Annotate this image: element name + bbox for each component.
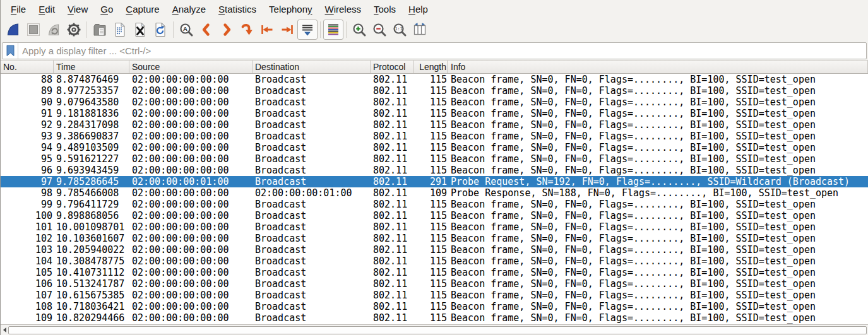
col-protocol: 802.11: [371, 267, 414, 278]
packet-row-107[interactable]: 10710.61567538502:00:00:00:00:00Broadcas…: [1, 290, 868, 301]
horizontal-scrollbar[interactable]: [1, 324, 868, 335]
packet-row-89[interactable]: 898.97725335702:00:00:00:00:00Broadcast8…: [1, 85, 868, 97]
col-destination: Broadcast: [253, 142, 371, 153]
packet-row-93[interactable]: 939.38669083702:00:00:00:00:00Broadcast8…: [1, 131, 868, 142]
horizontal-scrollbar-thumb[interactable]: [8, 326, 867, 334]
col-destination: Broadcast: [253, 233, 371, 244]
menu-item-file[interactable]: File: [4, 1, 32, 17]
col-source: 02:00:00:00:00:00: [129, 312, 253, 324]
zoom-in-button[interactable]: [349, 20, 369, 40]
scroll-left-arrow-icon[interactable]: [1, 327, 8, 332]
filter-bookmark-button[interactable]: [3, 43, 18, 59]
col-time: 9.785466008: [54, 187, 129, 199]
find-packet-button[interactable]: A: [176, 20, 196, 40]
go-back-button[interactable]: [196, 20, 217, 40]
col-source: 02:00:00:00:00:00: [129, 187, 253, 199]
column-header-destination[interactable]: Destination: [253, 61, 371, 73]
packet-row-105[interactable]: 10510.41073111202:00:00:00:00:00Broadcas…: [1, 267, 868, 278]
zoom-out-button[interactable]: [369, 20, 389, 40]
col-time: 8.874876469: [54, 74, 129, 85]
packet-list: 888.87487646902:00:00:00:00:00Broadcast8…: [1, 74, 868, 324]
packet-row-104[interactable]: 10410.30847877502:00:00:00:00:00Broadcas…: [1, 256, 868, 267]
display-filter-input[interactable]: [18, 43, 866, 59]
col-no: 106: [1, 278, 54, 290]
packet-row-101[interactable]: 10110.00109870102:00:00:00:00:00Broadcas…: [1, 221, 868, 233]
packet-row-100[interactable]: 1009.89886805602:00:00:00:00:00Broadcast…: [1, 210, 868, 221]
packet-row-102[interactable]: 10210.10360160702:00:00:00:00:00Broadcas…: [1, 233, 868, 244]
save-file-button[interactable]: [110, 20, 130, 40]
col-protocol: 802.11: [371, 108, 414, 119]
col-source: 02:00:00:00:00:00: [129, 74, 253, 85]
restart-capture-button[interactable]: [44, 20, 64, 40]
col-source: 02:00:00:00:00:00: [129, 210, 253, 221]
go-to-packet-button[interactable]: [237, 20, 257, 40]
menu-item-telephony[interactable]: Telephony: [263, 1, 318, 17]
file-reload-icon: [153, 22, 168, 37]
restart-capture-icon: [46, 22, 61, 37]
menu-item-statistics[interactable]: Statistics: [212, 1, 263, 17]
packet-row-103[interactable]: 10310.20594002202:00:00:00:00:00Broadcas…: [1, 244, 868, 256]
column-header-length[interactable]: Length: [414, 61, 448, 73]
col-length: 115: [414, 119, 448, 131]
packet-row-92[interactable]: 929.28431709802:00:00:00:00:00Broadcast8…: [1, 119, 868, 131]
menu-item-edit[interactable]: Edit: [32, 1, 61, 17]
col-protocol: 802.11: [371, 290, 414, 301]
stop-capture-button[interactable]: [23, 20, 44, 40]
close-file-button[interactable]: [130, 20, 150, 40]
menu-item-wireless[interactable]: Wireless: [319, 1, 368, 17]
packet-row-109[interactable]: 10910.82029446602:00:00:00:00:00Broadcas…: [1, 312, 868, 324]
col-destination: Broadcast: [253, 97, 371, 108]
col-no: 94: [1, 142, 54, 153]
packet-row-96[interactable]: 969.69394345902:00:00:00:00:00Broadcast8…: [1, 165, 868, 176]
go-last-packet-button[interactable]: [277, 20, 297, 40]
start-capture-button[interactable]: [3, 20, 23, 40]
resize-columns-button[interactable]: [410, 20, 430, 40]
go-first-packet-button[interactable]: [257, 20, 277, 40]
display-filter-bar: [1, 42, 868, 61]
column-header-info[interactable]: Info: [448, 61, 868, 73]
packet-row-97[interactable]: 979.78528664502:00:00:00:01:00Broadcast8…: [1, 176, 868, 187]
packet-row-91[interactable]: 919.18188183602:00:00:00:00:00Broadcast8…: [1, 108, 868, 119]
jump-arrow-icon: [239, 22, 254, 37]
column-header-no[interactable]: No.: [1, 61, 54, 73]
auto-scroll-toggle[interactable]: [297, 20, 318, 40]
menu-item-tools[interactable]: Tools: [367, 1, 402, 17]
menu-item-go[interactable]: Go: [94, 1, 119, 17]
menu-item-capture[interactable]: Capture: [119, 1, 165, 17]
column-header-protocol[interactable]: Protocol: [371, 61, 414, 73]
packet-row-90[interactable]: 909.07964358002:00:00:00:00:00Broadcast8…: [1, 97, 868, 108]
col-no: 108: [1, 301, 54, 312]
svg-text:A: A: [183, 25, 187, 32]
packet-row-88[interactable]: 888.87487646902:00:00:00:00:00Broadcast8…: [1, 74, 868, 85]
packet-row-99[interactable]: 999.79641172902:00:00:00:00:00Broadcast8…: [1, 199, 868, 210]
capture-options-button[interactable]: [64, 20, 84, 40]
zoom-original-button[interactable]: 1:1: [389, 20, 410, 40]
column-header-source[interactable]: Source: [129, 61, 253, 73]
col-length: 115: [414, 74, 448, 85]
col-source: 02:00:00:00:00:00: [129, 256, 253, 267]
column-header-time[interactable]: Time: [54, 61, 129, 73]
colorize-toggle[interactable]: [323, 20, 343, 40]
packet-row-98[interactable]: 989.78546600802:00:00:00:00:0002:00:00:0…: [1, 187, 868, 199]
packet-row-106[interactable]: 10610.51324178702:00:00:00:00:00Broadcas…: [1, 278, 868, 290]
col-time: 10.718036421: [54, 301, 129, 312]
packet-row-108[interactable]: 10810.71803642102:00:00:00:00:00Broadcas…: [1, 301, 868, 312]
packet-row-95[interactable]: 959.59162122702:00:00:00:00:00Broadcast8…: [1, 153, 868, 165]
menu-item-view[interactable]: View: [61, 1, 94, 17]
menu-item-analyze[interactable]: Analyze: [166, 1, 212, 17]
col-protocol: 802.11: [371, 74, 414, 85]
menu-item-help[interactable]: Help: [402, 1, 434, 17]
packet-row-94[interactable]: 949.48910350902:00:00:00:00:00Broadcast8…: [1, 142, 868, 153]
col-info: Beacon frame, SN=0, FN=0, Flags=........…: [448, 267, 868, 278]
first-packet-icon: [259, 22, 275, 37]
go-forward-button[interactable]: [217, 20, 237, 40]
chevron-right-icon: [219, 22, 234, 37]
col-protocol: 802.11: [371, 176, 414, 187]
col-no: 97: [1, 176, 54, 187]
reload-file-button[interactable]: [150, 20, 170, 40]
col-protocol: 802.11: [371, 131, 414, 142]
col-no: 107: [1, 290, 54, 301]
col-info: Beacon frame, SN=0, FN=0, Flags=........…: [448, 233, 868, 244]
open-file-button[interactable]: [90, 20, 110, 40]
col-info: Beacon frame, SN=0, FN=0, Flags=........…: [448, 290, 868, 301]
